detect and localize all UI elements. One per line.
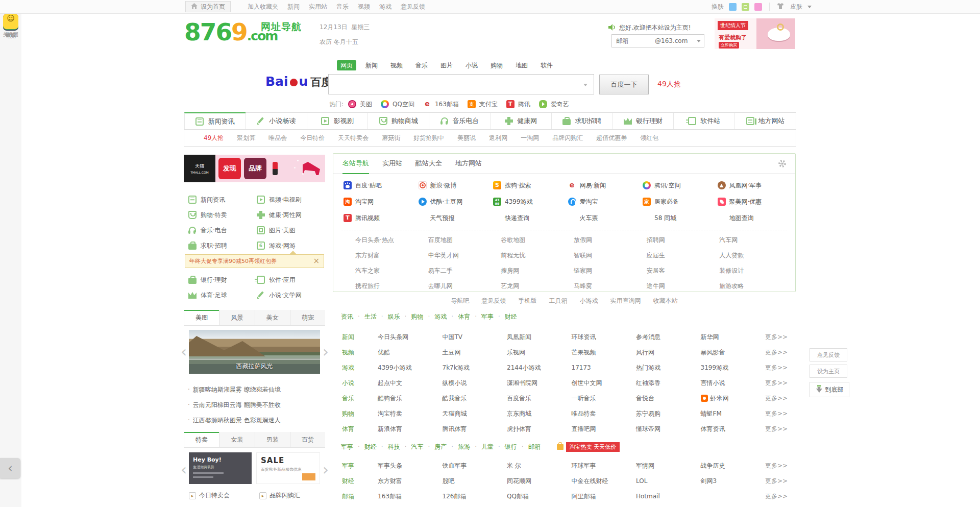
row-category-label[interactable]: 音乐: [342, 394, 378, 403]
filter-link[interactable]: 娱乐: [388, 312, 411, 321]
main-box-tab[interactable]: 酷站大全: [415, 159, 442, 174]
news-bullet-item[interactable]: ·江西婺源晒秋图景 色彩斑斓迷人: [188, 413, 322, 428]
sub-link[interactable]: 蘑菇街: [382, 134, 400, 142]
topbar-link[interactable]: 新闻: [287, 3, 300, 11]
plain-link[interactable]: 途牛网: [647, 278, 720, 294]
site-link[interactable]: 58 同城: [643, 210, 718, 226]
search-type-tab[interactable]: 音乐: [412, 60, 431, 70]
plain-link[interactable]: 链家网: [574, 263, 647, 278]
row-link[interactable]: 纵横小说: [443, 379, 507, 388]
quick-link[interactable]: 音乐·电台: [188, 223, 257, 238]
category-tab[interactable]: 新闻资讯: [184, 112, 246, 129]
site-link[interactable]: 新浪·微博: [419, 177, 494, 194]
row-link[interactable]: 天猫商城: [443, 409, 507, 418]
promo-49-link[interactable]: 49人抢: [204, 134, 224, 142]
plain-link[interactable]: 安居客: [647, 263, 720, 278]
filter-link[interactable]: 房产: [434, 443, 458, 451]
quick-link[interactable]: 健康·两性网: [257, 207, 325, 223]
row-link[interactable]: 126邮箱: [443, 492, 507, 501]
row-link[interactable]: 凤凰新闻: [507, 333, 572, 342]
row-link[interactable]: 今日头条网: [378, 333, 443, 342]
site-link[interactable]: 百度·贴吧: [344, 177, 419, 194]
row-link[interactable]: 优酷: [378, 348, 443, 357]
sub-link[interactable]: 品牌闪购汇: [552, 134, 583, 142]
row-link[interactable]: 创世中文网: [572, 379, 636, 388]
row-link[interactable]: 2144小游戏: [507, 364, 572, 372]
news-bullet-item[interactable]: ·云南元阳梯田云海 翻腾美不胜收: [188, 397, 322, 413]
category-tab[interactable]: 影视剧: [307, 113, 368, 129]
more-link[interactable]: 更多>>: [765, 333, 796, 342]
footer-link[interactable]: 收藏本站: [653, 297, 678, 305]
quick-link[interactable]: 新闻资讯: [188, 192, 257, 207]
filter-link[interactable]: 旅游: [458, 443, 481, 451]
plain-link[interactable]: 艺龙网: [501, 278, 574, 294]
site-link[interactable]: 凤凰网·军事: [718, 177, 793, 194]
row-link[interactable]: 虾米网: [701, 394, 766, 403]
search-history-chevron-icon[interactable]: [583, 84, 587, 86]
more-link[interactable]: 更多>>: [765, 409, 796, 418]
more-link[interactable]: 更多>>: [765, 379, 796, 388]
row-link[interactable]: 环球军事: [572, 462, 636, 470]
category-tab[interactable]: 地方网站: [734, 113, 796, 129]
filter-link[interactable]: 资讯: [341, 312, 364, 321]
site-link[interactable]: 居家必备: [643, 194, 718, 210]
plain-link[interactable]: 智联网: [574, 248, 647, 263]
quick-link[interactable]: 体育·足球: [188, 287, 257, 303]
collapse-strip-button[interactable]: ‹: [0, 458, 20, 478]
search-type-tab[interactable]: 网页: [337, 60, 356, 70]
site-link[interactable]: 4399游戏: [493, 194, 568, 210]
sidebar-app-item[interactable]: ☺ 表情: [0, 14, 21, 38]
filter-link[interactable]: 邮箱: [528, 443, 550, 451]
filter-link[interactable]: 军事: [341, 443, 364, 451]
row-link[interactable]: 新华网: [701, 333, 766, 342]
row-link[interactable]: 参考消息: [636, 333, 701, 342]
chevron-down-icon[interactable]: [697, 40, 701, 42]
site-link[interactable]: 爱淘宝: [568, 194, 643, 210]
row-category-label[interactable]: 小说: [342, 379, 378, 388]
ad-cta[interactable]: 立即购买: [719, 42, 739, 49]
mail-account-input[interactable]: [612, 37, 655, 44]
shop-banner-left[interactable]: Hey Boy! 生活潮男装扮: [189, 452, 252, 484]
site-link[interactable]: 天气预报: [419, 210, 494, 226]
more-link[interactable]: 更多>>: [765, 425, 796, 433]
more-link[interactable]: 更多>>: [765, 364, 796, 372]
row-link[interactable]: 米 尔: [507, 462, 572, 470]
plain-link[interactable]: 放假网: [574, 232, 647, 248]
main-box-tab[interactable]: 实用站: [382, 159, 402, 174]
site-link[interactable]: 腾讯·空间: [643, 177, 718, 194]
site-link[interactable]: 腾讯视频: [344, 210, 419, 226]
hot-link[interactable]: 163邮箱: [423, 100, 459, 109]
row-link[interactable]: 百度音乐: [507, 394, 572, 403]
row-link[interactable]: 同花顺网: [507, 477, 572, 486]
row-link[interactable]: 风行网: [636, 348, 701, 357]
row-link[interactable]: 直播吧网: [572, 425, 636, 433]
site-link[interactable]: 快递查询: [493, 210, 568, 226]
photo-carousel[interactable]: 西藏拉萨风光: [189, 330, 320, 374]
row-category-label[interactable]: 视频: [342, 348, 378, 357]
row-link[interactable]: 4399小游戏: [378, 364, 443, 372]
quick-link[interactable]: 购物·特卖: [188, 207, 257, 223]
plain-link[interactable]: 装修设计: [719, 263, 792, 278]
photo-tab[interactable]: 萌宠: [290, 310, 325, 325]
more-link[interactable]: 更多>>: [765, 394, 796, 403]
hot-link[interactable]: 支付宝: [468, 100, 498, 109]
filter-link[interactable]: 科技: [388, 443, 411, 451]
row-category-label[interactable]: 财经: [342, 477, 378, 486]
filter-link[interactable]: 财经: [505, 312, 526, 321]
shop-tab[interactable]: 特卖: [184, 432, 219, 447]
plain-link[interactable]: 易车二手: [428, 263, 501, 278]
row-link[interactable]: 虎扑体育: [507, 425, 572, 433]
filter-link[interactable]: 生活: [364, 312, 388, 321]
hot-link[interactable]: QQ空间: [381, 100, 414, 109]
close-icon[interactable]: ×: [313, 257, 320, 265]
site-link[interactable]: 聚美网·优惠: [718, 194, 793, 210]
sub-link[interactable]: 超值优惠券: [596, 134, 627, 142]
category-tab[interactable]: 音乐电台: [429, 113, 490, 129]
row-link[interactable]: 铁血军事: [443, 462, 507, 470]
row-link[interactable]: QQ邮箱: [507, 492, 572, 501]
plain-link[interactable]: 招聘网: [647, 232, 720, 248]
change-skin-label[interactable]: 换肤: [712, 3, 724, 11]
search-type-tab[interactable]: 地图: [512, 60, 531, 70]
topbar-link[interactable]: 实用站: [309, 3, 327, 11]
tmall-ad-banner[interactable]: 天猫 TMALL.COM 发现 品牌: [184, 155, 325, 182]
